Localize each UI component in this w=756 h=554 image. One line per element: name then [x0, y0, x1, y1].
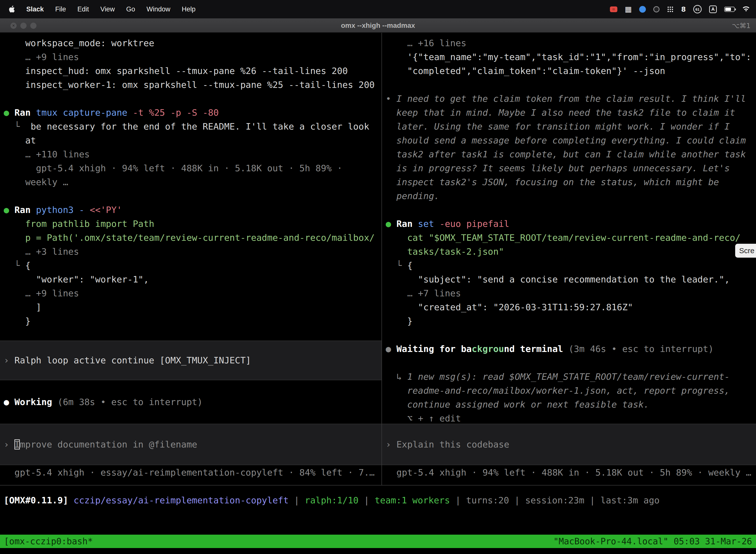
app-grid-icon[interactable]	[667, 6, 674, 13]
menu-item-file[interactable]: File	[55, 5, 66, 13]
tmux-status-bar: [omx-cczip0:bash* "MacBook-Pro-44.local"…	[0, 535, 756, 548]
battery-icon[interactable]	[724, 7, 735, 12]
omx-status-bar: [OMX#0.11.9] cczip/essay/ai-reimplementa…	[4, 493, 753, 507]
window-shortcut: ⌥⌘1	[732, 18, 751, 33]
status-divider	[0, 485, 756, 486]
menu-bar: Slack File Edit View Go Window Help ▦ 8 …	[0, 0, 756, 18]
right-prompt-input[interactable]: › Explain this codebase	[382, 424, 756, 465]
left-prompt-input[interactable]: › Improve documentation in @filename	[0, 424, 381, 465]
pane-divider	[381, 33, 382, 486]
wifi-icon[interactable]	[742, 6, 750, 12]
left-pane-output: workspace_mode: worktree … +9 lines insp…	[4, 36, 381, 328]
right-model-statusline: gpt-5.4 xhigh · 94% left · 488K in · 5.1…	[386, 466, 755, 480]
menu-item-go[interactable]: Go	[126, 5, 135, 13]
window-manager-icon[interactable]: ▦	[625, 5, 632, 13]
left-model-statusline: gpt-5.4 xhigh · essay/ai-reimplementatio…	[4, 466, 381, 480]
left-working-status: ● Working (6m 38s • esc to interrupt)	[4, 395, 381, 409]
menu-bar-left: Slack File Edit View Go Window Help	[0, 5, 195, 13]
menu-bar-status-icons: ▦ 8 61 A	[610, 5, 756, 13]
tmux-host-and-time: "MacBook-Pro-44.local" 05:03 31-Mar-26	[553, 535, 752, 548]
menu-app-name[interactable]: Slack	[26, 5, 44, 13]
screen-share-tooltip: Scre	[735, 244, 756, 258]
blue-app-icon[interactable]	[639, 6, 646, 13]
apple-menu-icon[interactable]	[8, 5, 15, 13]
terminal[interactable]: workspace_mode: worktree … +9 lines insp…	[0, 33, 756, 554]
window-titlebar[interactable]: × omx --xhigh --madmax ⌥⌘1	[0, 18, 756, 33]
screen-recording-icon[interactable]	[610, 6, 617, 12]
dark-app-icon[interactable]	[653, 6, 659, 12]
menu-item-help[interactable]: Help	[182, 5, 196, 13]
menu-item-window[interactable]: Window	[146, 5, 170, 13]
left-inject-banner: › Ralph loop active continue [OMX_TMUX_I…	[0, 340, 381, 380]
input-source-icon[interactable]: A	[709, 5, 717, 13]
menu-item-view[interactable]: View	[101, 5, 115, 13]
window-title: omx --xhigh --madmax	[0, 18, 756, 33]
right-pane-output: … +16 lines '{"team_name":"my-team","tas…	[386, 36, 755, 426]
ghost-icon[interactable]: 8	[681, 5, 686, 13]
tmux-session-name: [omx-cczip0:bash*	[4, 535, 93, 548]
menu-item-edit[interactable]: Edit	[77, 5, 89, 13]
battery-percent-badge[interactable]: 61	[693, 5, 702, 13]
